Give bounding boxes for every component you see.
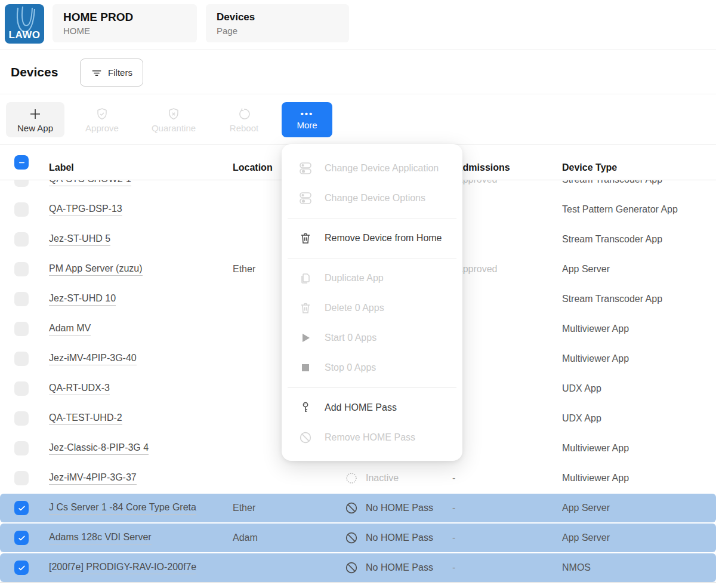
device-admission: - [452,553,455,583]
menu-item-label: Delete 0 Apps [325,303,384,313]
row-checkbox[interactable] [14,292,29,306]
device-admission: - [452,493,455,523]
menu-item-duplicate-app[interactable]: Duplicate App [282,263,462,293]
row-checkbox[interactable] [14,531,29,545]
device-type: Multiviewer App [562,314,629,344]
menu-item-label: Remove Device from Home [325,233,442,244]
reboot-button[interactable]: Reboot [224,102,264,137]
key-icon [298,401,313,415]
quarantine-label: Quarantine [152,123,196,133]
row-checkbox[interactable] [14,262,29,276]
table-row: Adams 128c VDI ServerAdamNo HOME Pass-Ap… [0,523,716,553]
row-checkbox[interactable] [14,352,29,366]
page-crumb-title: Devices [217,10,338,24]
menu-item-stop-0-apps[interactable]: Stop 0 Apps [282,353,462,383]
trash-icon [298,301,313,315]
trash-icon [298,231,313,245]
quarantine-button[interactable]: Quarantine [147,102,200,137]
no-home-pass-icon [344,501,359,515]
more-menu-list: Change Device ApplicationChange Device O… [282,153,462,452]
page-crumb-subtitle: Page [217,24,338,38]
app-subtitle: HOME [63,24,186,38]
menu-item-remove-device-from-home[interactable]: Remove Device from Home [282,223,462,253]
device-location: Adam [233,523,258,553]
actions-toolbar: New App Approve Quarantine Reboot ••• Mo… [0,94,716,144]
device-type: App Server [562,493,610,523]
menu-item-remove-home-pass[interactable]: Remove HOME Pass [282,423,462,452]
check-icon [17,504,26,513]
device-label-link[interactable]: QA-TPG-DSP-13 [49,204,122,216]
device-type: Multiviewer App [562,463,629,493]
breadcrumb-page[interactable]: Devices Page [206,4,349,42]
device-label-link[interactable]: Adams 128c VDI Server [49,532,152,544]
device-label-link[interactable]: PM App Server (zuzu) [49,263,143,276]
row-checkbox[interactable] [14,561,29,575]
device-location: Ether [233,493,255,523]
app-top-bar: LAWO HOME PROD HOME Devices Page [0,0,716,50]
device-label-link[interactable]: J Cs Server 1 -84 Core Type Greta [49,502,196,515]
menu-item-label: Add HOME Pass [325,402,397,413]
menu-item-change-device-options[interactable]: Change Device Options [282,183,462,213]
menu-item-delete-0-apps[interactable]: Delete 0 Apps [282,293,462,323]
toggles-icon [298,191,313,205]
more-button[interactable]: ••• More [282,102,332,137]
device-label-link[interactable]: Jez-iMV-4PIP-3G-40 [49,353,137,365]
row-checkbox[interactable] [14,232,29,247]
device-label-link[interactable]: Adam MV [49,323,91,335]
device-label-link[interactable]: Jez-ST-UHD 5 [49,233,110,246]
device-admission: Approved [456,254,498,284]
app-title: HOME PROD [63,10,186,24]
row-checkbox[interactable] [14,381,29,396]
menu-item-label: Remove HOME Pass [325,432,415,443]
breadcrumb-app[interactable]: HOME PROD HOME [53,4,197,42]
lawo-logo[interactable]: LAWO [5,4,44,44]
device-type: UDX App [562,374,601,404]
filters-button-label: Filters [108,67,132,78]
shield-check-icon [95,107,109,121]
device-label-link[interactable]: [200f7e] PRODIGY-RAV-IO-200f7e [49,562,196,574]
device-admission: - [452,523,455,553]
device-location: Ether [233,254,255,284]
device-state-text: Inactive [366,473,399,484]
device-label-link[interactable]: QA-TEST-UHD-2 [49,412,122,425]
row-checkbox[interactable] [14,441,29,455]
reboot-label: Reboot [230,123,258,133]
device-label-link[interactable]: Jez-Classic-8-PIP-3G 4 [49,442,149,455]
menu-item-change-device-application[interactable]: Change Device Application [282,153,462,183]
ban-icon [298,430,313,445]
row-checkbox[interactable] [14,501,29,515]
select-all-checkbox[interactable] [14,155,29,170]
menu-divider [288,258,456,258]
menu-item-label: Start 0 Apps [325,333,376,343]
menu-divider [288,387,456,388]
column-header-location[interactable]: Location [233,162,273,173]
device-label-link[interactable]: Jez-ST-UHD 10 [49,293,116,306]
filters-button[interactable]: Filters [80,59,143,87]
row-checkbox[interactable] [14,322,29,336]
approve-button[interactable]: Approve [81,102,124,137]
menu-item-start-0-apps[interactable]: Start 0 Apps [282,323,462,353]
device-label-link[interactable]: QA-RT-UDX-3 [49,383,110,395]
section-title-bar: Devices Filters [0,51,716,94]
row-checkbox[interactable] [14,202,29,217]
device-state-text: No HOME Pass [366,562,433,573]
copy-icon [298,271,313,285]
device-state: No HOME Pass [344,553,433,583]
toggles-icon [298,161,313,176]
device-label-link[interactable]: Jez-iMV-4PIP-3G-37 [49,472,137,485]
page-title: Devices [11,65,58,79]
menu-divider [288,218,456,218]
menu-item-add-home-pass[interactable]: Add HOME Pass [282,393,462,423]
device-type: Test Pattern Generator App [562,195,678,224]
inactive-spinner-icon [344,471,359,485]
column-header-label[interactable]: Label [49,162,74,173]
row-checkbox[interactable] [14,471,29,485]
check-icon [17,534,26,543]
menu-item-label: Change Device Application [325,163,439,174]
column-header-admissions[interactable]: Admissions [456,162,510,173]
reboot-icon [237,107,251,121]
device-state-text: No HOME Pass [366,503,433,513]
column-header-device-type[interactable]: Device Type [562,162,617,173]
row-checkbox[interactable] [14,411,29,426]
new-app-button[interactable]: New App [6,102,64,137]
